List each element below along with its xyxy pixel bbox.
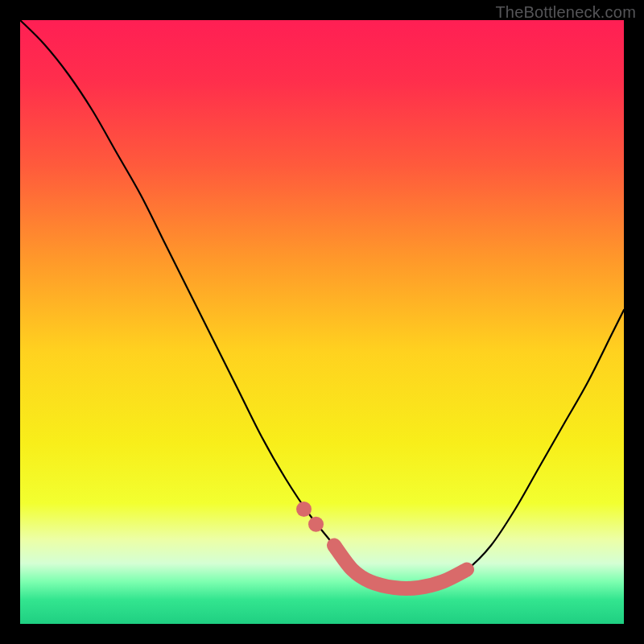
plot-svg bbox=[20, 20, 624, 624]
heatmap-background bbox=[20, 20, 624, 624]
watermark-text: TheBottleneck.com bbox=[495, 3, 636, 22]
highlight-dot bbox=[308, 517, 324, 532]
chart-stage: TheBottleneck.com bbox=[0, 0, 644, 644]
highlight-dot bbox=[296, 502, 312, 517]
bottleneck-plot bbox=[20, 20, 624, 624]
